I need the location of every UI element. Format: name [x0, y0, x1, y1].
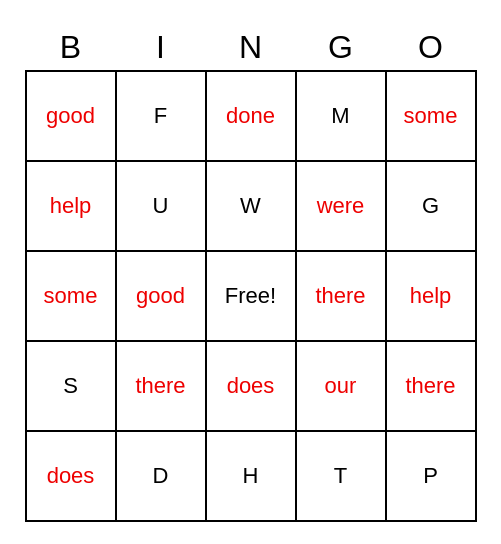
grid-cell: there	[117, 342, 207, 432]
grid-cell: T	[297, 432, 387, 522]
header-cell: B	[26, 23, 116, 70]
bingo-card: BINGO goodFdoneMsomehelpUWwereGsomegoodF…	[25, 23, 477, 522]
grid-cell: G	[387, 162, 477, 252]
grid-cell: does	[207, 342, 297, 432]
grid-cell: some	[27, 252, 117, 342]
grid-cell: M	[297, 72, 387, 162]
grid-cell: good	[117, 252, 207, 342]
header-cell: N	[206, 23, 296, 70]
grid-cell: some	[387, 72, 477, 162]
grid-cell: D	[117, 432, 207, 522]
grid-cell: done	[207, 72, 297, 162]
grid-cell: were	[297, 162, 387, 252]
grid-cell: U	[117, 162, 207, 252]
grid-cell: H	[207, 432, 297, 522]
bingo-grid: goodFdoneMsomehelpUWwereGsomegoodFree!th…	[25, 70, 477, 522]
grid-cell: there	[387, 342, 477, 432]
header-cell: O	[386, 23, 476, 70]
grid-cell: help	[27, 162, 117, 252]
bingo-header: BINGO	[26, 23, 476, 70]
grid-cell: does	[27, 432, 117, 522]
grid-cell: good	[27, 72, 117, 162]
grid-cell: our	[297, 342, 387, 432]
grid-cell: there	[297, 252, 387, 342]
grid-cell: help	[387, 252, 477, 342]
grid-cell: F	[117, 72, 207, 162]
header-cell: I	[116, 23, 206, 70]
grid-cell: Free!	[207, 252, 297, 342]
header-cell: G	[296, 23, 386, 70]
grid-cell: P	[387, 432, 477, 522]
grid-cell: W	[207, 162, 297, 252]
grid-cell: S	[27, 342, 117, 432]
